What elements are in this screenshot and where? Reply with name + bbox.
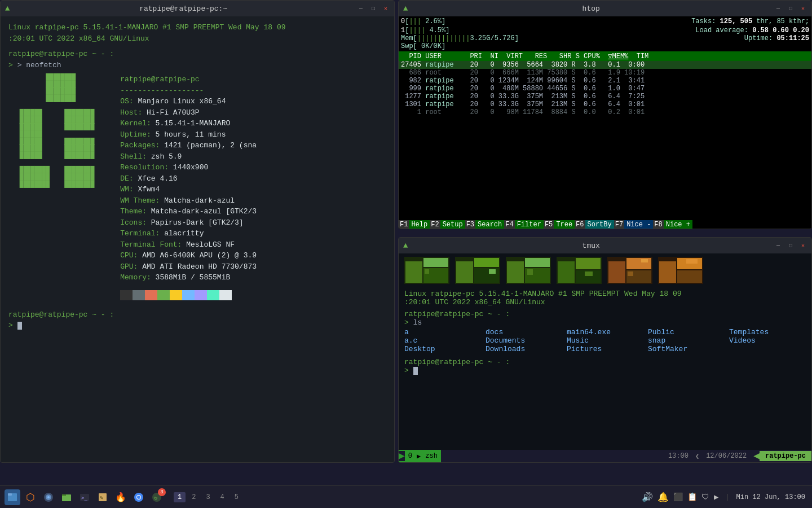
prompt-1: ratpipe@ratpipe-pc ~ - : — [8, 49, 386, 60]
ls-item-softmaker: SoftMaker — [648, 345, 725, 353]
svg-rect-6 — [456, 261, 473, 283]
boot-line-2: :20:01 UTC 2022 x86_64 GNU/Linux — [8, 33, 386, 45]
ls-item-templates: Templates — [729, 328, 806, 336]
taskbar-brave-icon[interactable]: ⬡ — [23, 489, 38, 505]
ws-3[interactable]: 3 — [202, 492, 214, 502]
f2[interactable]: F2Setup — [430, 221, 465, 229]
minimize-btn-htop[interactable]: ─ — [774, 5, 782, 12]
taskbar-files-icon[interactable] — [5, 489, 20, 505]
svg-rect-14 — [527, 269, 533, 275]
restore-btn-1[interactable]: □ — [369, 5, 377, 12]
f3[interactable]: F3Search — [465, 221, 505, 229]
f4[interactable]: F4Filter — [504, 221, 544, 229]
ls-item-public: Public — [648, 328, 725, 336]
swatch-2 — [145, 290, 157, 300]
htop-window: ▲ htop ─ □ ✕ 0[||| 2.6%] Tasks: 125, 505… — [398, 0, 812, 229]
svg-rect-24 — [628, 271, 633, 276]
cpu0-bar: 0[||| 2.6%] — [401, 17, 445, 25]
taskbar-fire-icon[interactable]: 🔥 — [113, 489, 129, 505]
svg-rect-12 — [525, 258, 550, 267]
tmux-miniblocks — [399, 253, 811, 287]
restore-btn-tmux[interactable]: □ — [787, 242, 795, 249]
close-btn-htop[interactable]: ✕ — [799, 5, 807, 12]
tmux-hostname: ratpipe-pc — [760, 451, 811, 461]
svg-rect-19 — [585, 271, 593, 276]
minimize-btn-1[interactable]: ─ — [357, 5, 365, 12]
tmux-statusbar: ▶ 0 ▶ zsh 13:00 ❮ 12/06/2022 ◀ ratpipe-p… — [399, 450, 811, 462]
taskbar-editor-icon[interactable]: ✎ — [95, 489, 111, 505]
f7[interactable]: F7Nice - — [614, 221, 654, 229]
screenshot-icon[interactable]: ⬛ — [673, 492, 683, 502]
prompt-2: ratpipe@ratpipe-pc ~ - : — [8, 309, 386, 321]
process-row-5: 1301 ratpipe 20 0 33.3G 375M 213M S 0.6 … — [399, 100, 811, 108]
svg-rect-21 — [608, 261, 625, 283]
taskbar-terminal-icon[interactable]: >_ — [77, 489, 92, 505]
svg-text:↻: ↻ — [154, 495, 157, 501]
taskbar-fm-icon[interactable] — [59, 489, 74, 505]
cmd-2: > — [8, 320, 386, 331]
swatch-0 — [120, 290, 133, 300]
close-btn-tmux[interactable]: ✕ — [799, 242, 807, 249]
taskbar-vpn-icon[interactable] — [41, 489, 56, 505]
ls-item-downloads: Downloads — [486, 345, 562, 353]
svg-point-35 — [47, 496, 50, 498]
swatch-8 — [219, 290, 232, 300]
process-row-3: 999 ratpipe 20 0 480M 58880 44656 S 0.6 … — [399, 85, 811, 93]
tmux-prompt-1: ratpipe@ratpipe-pc ~ - : — [399, 306, 811, 318]
titlebar-tmux: ▲ tmux ─ □ ✕ — [399, 238, 811, 253]
svg-rect-32 — [8, 493, 12, 496]
notification-icon[interactable]: 🔔 — [657, 492, 669, 503]
tmux-window: ▲ tmux ─ □ ✕ — [398, 237, 812, 463]
volume-icon[interactable]: 🔊 — [642, 492, 653, 503]
f6[interactable]: F6SortBy — [575, 221, 614, 229]
htop-title: htop — [412, 5, 770, 13]
svg-rect-11 — [507, 261, 524, 283]
ls-item-desktop: Desktop — [404, 345, 481, 353]
f1[interactable]: F1Help — [399, 221, 430, 229]
ls-item-documents: Documents — [486, 336, 562, 345]
taskbar-left: ⬡ >_ ✎ 🔥 ↻ 3 — [0, 489, 169, 505]
network-icon[interactable]: 🛡 — [701, 493, 709, 502]
svg-rect-1 — [405, 261, 422, 283]
swatch-3 — [157, 290, 170, 300]
more-icon[interactable]: ▶ — [714, 492, 718, 502]
ws-5[interactable]: 5 — [231, 492, 242, 502]
htop-fkeys: F1Help F2Setup F3Search F4Filter F5Tree … — [399, 221, 811, 229]
titlebar-htop: ▲ htop ─ □ ✕ — [399, 1, 811, 16]
tmux-block-6 — [658, 257, 703, 284]
svg-rect-37 — [62, 494, 66, 496]
close-btn-1[interactable]: ✕ — [382, 5, 390, 12]
tmux-block-2 — [455, 257, 500, 284]
tmux-boot: Linux ratpipe-pc 5.15.41-1-MANJARO #1 SM… — [399, 287, 811, 306]
tmux-time: 13:00 — [661, 452, 695, 460]
tmux-block-5 — [607, 257, 652, 284]
ws-2[interactable]: 2 — [188, 492, 200, 502]
swatch-7 — [207, 290, 219, 300]
restore-btn-htop[interactable]: □ — [787, 5, 795, 12]
load-info: Load average: 0.58 0.60 0.20 — [695, 27, 809, 34]
taskbar-right: 🔊 🔔 ⬛ 📋 🛡 ▶ | Min 12 Jun, 13:00 — [635, 492, 812, 503]
neofetch-info: ratpipe@ratpipe-pc ------------------- O… — [120, 74, 257, 300]
ws-1[interactable]: 1 — [174, 492, 186, 502]
ls-output: a docs main64.exe Public Templates a.c D… — [399, 327, 811, 354]
minimize-btn-tmux[interactable]: ─ — [774, 242, 782, 249]
taskbar-chrome-icon[interactable] — [131, 489, 147, 505]
ls-item-videos: Videos — [729, 336, 806, 345]
process-row-2: 982 ratpipe 20 0 1234M 124M 99604 S 0.6 … — [399, 77, 811, 85]
ws-4[interactable]: 4 — [217, 492, 228, 502]
svg-text:>_: >_ — [81, 495, 87, 501]
svg-rect-9 — [489, 269, 496, 274]
svg-rect-7 — [474, 258, 499, 267]
svg-rect-2 — [423, 258, 448, 267]
f5[interactable]: F5Tree — [544, 221, 575, 229]
tmux-block-3 — [506, 257, 551, 284]
swatch-6 — [195, 290, 207, 300]
tmux-tab-active[interactable]: ▶ 0 ▶ zsh — [399, 450, 441, 462]
ascii-art: ████████ ████████ ████████ ████████ ████… — [8, 74, 105, 300]
tmux-prompt-2: ratpipe@ratpipe-pc ~ - : — [399, 354, 811, 366]
f8[interactable]: F8Nice + — [653, 221, 692, 229]
svg-rect-17 — [576, 258, 601, 269]
clipboard-icon[interactable]: 📋 — [687, 492, 697, 502]
taskbar-updates-icon[interactable]: ↻ 3 — [149, 489, 165, 505]
taskbar-datetime: Min 12 Jun, 13:00 — [736, 493, 805, 501]
